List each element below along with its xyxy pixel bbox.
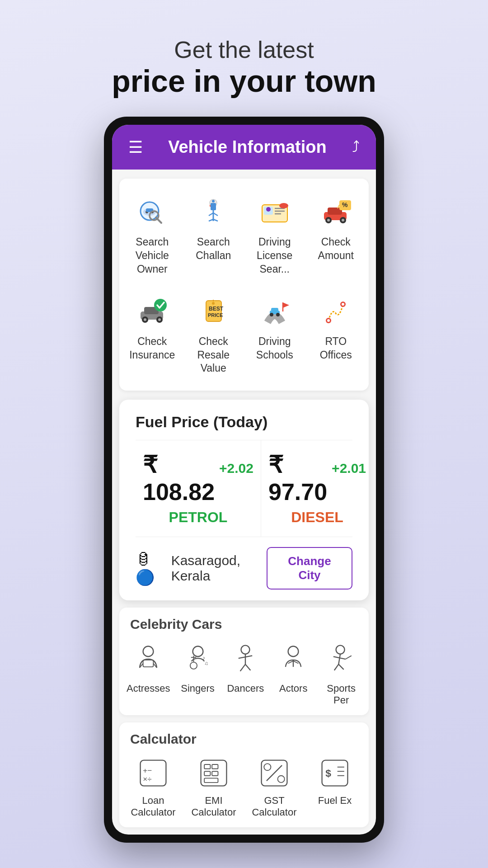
menu-icon[interactable]: ☰: [128, 138, 143, 157]
svg-point-61: [192, 646, 203, 657]
celeb-item-sports-persons[interactable]: Sports Per: [321, 641, 361, 706]
dancers-icon: [227, 641, 263, 677]
emi-calculator-label: EMI Calculator: [187, 795, 240, 818]
calculator-title: Calculator: [127, 731, 361, 747]
svg-point-49: [270, 313, 273, 316]
driving-license-icon: [257, 194, 293, 230]
calculator-grid: +− ×÷ Loan Calculator: [127, 756, 361, 818]
sports-persons-label: Sports Per: [321, 683, 361, 706]
rto-offices-label: RTO Offices: [311, 335, 361, 362]
svg-point-30: [327, 219, 330, 222]
petrol-column: ₹ 108.82 +2.02 PETROL: [136, 440, 261, 537]
search-challan-icon: [195, 194, 231, 230]
svg-point-41: [154, 299, 167, 311]
sports-persons-icon: [323, 641, 359, 677]
loan-calculator-icon: +− ×÷: [136, 756, 170, 790]
grid-item-check-insurance[interactable]: Check Insurance: [124, 287, 181, 382]
fuel-card: Fuel Price (Today) ₹ 108.82 +2.02 PETROL…: [119, 400, 369, 600]
actresses-icon: [130, 641, 166, 677]
svg-point-67: [241, 646, 250, 654]
gst-calculator-label: GST Calculator: [248, 795, 301, 818]
svg-point-19: [266, 207, 271, 212]
calc-item-fuel-ex[interactable]: $ Fuel Ex: [308, 756, 361, 818]
vehicle-grid: Search Vehicle Owner: [124, 188, 364, 382]
driving-schools-label: Driving Schools: [250, 335, 300, 362]
svg-rect-11: [211, 203, 216, 210]
celebrity-grid: Actresses ♪ ♫: [127, 641, 361, 706]
fuel-card-title: Fuel Price (Today): [136, 413, 352, 431]
check-insurance-label: Check Insurance: [127, 335, 177, 362]
svg-rect-88: [204, 772, 210, 776]
calc-item-gst[interactable]: GST Calculator: [248, 756, 301, 818]
svg-line-92: [267, 765, 282, 781]
svg-point-10: [212, 200, 215, 203]
petrol-change: +2.02: [219, 461, 253, 476]
svg-text:BEST: BEST: [209, 306, 224, 312]
svg-text:PRICE: PRICE: [208, 312, 223, 318]
svg-point-39: [144, 318, 146, 321]
celebrity-title: Celebrity Cars: [127, 617, 361, 632]
fuel-prices-row: ₹ 108.82 +2.02 PETROL ₹ 97.70 +2.01 DIES…: [136, 440, 352, 537]
svg-line-79: [334, 665, 339, 670]
rto-offices-icon: [318, 293, 354, 330]
fuel-pump-icon: 🛢🔵: [136, 551, 165, 586]
gst-calculator-icon: [257, 756, 291, 790]
grid-item-search-vehicle-owner[interactable]: Search Vehicle Owner: [124, 188, 181, 283]
loan-calculator-label: Loan Calculator: [127, 795, 180, 818]
check-resale-icon: BEST PRICE: [195, 293, 231, 330]
svg-point-62: [190, 662, 197, 669]
svg-point-93: [264, 764, 271, 771]
share-icon[interactable]: ⤴: [352, 138, 360, 156]
grid-item-search-challan[interactable]: Search Challan: [185, 188, 242, 283]
change-city-button[interactable]: Change City: [267, 547, 352, 590]
svg-point-94: [278, 776, 285, 783]
grid-item-driving-schools[interactable]: Driving Schools: [246, 287, 303, 382]
svg-point-72: [288, 646, 299, 657]
svg-marker-52: [283, 302, 289, 308]
svg-line-70: [240, 665, 245, 671]
diesel-change: +2.01: [332, 461, 366, 476]
celeb-item-dancers[interactable]: Dancers: [225, 641, 266, 706]
petrol-amount: ₹ 108.82: [143, 451, 215, 505]
svg-point-55: [327, 319, 330, 322]
singers-icon: ♪ ♫: [180, 641, 216, 677]
svg-point-76: [336, 646, 345, 654]
svg-rect-86: [204, 764, 210, 769]
check-insurance-icon: [134, 293, 170, 330]
svg-text:$: $: [325, 767, 331, 779]
grid-item-driving-license[interactable]: Driving License Sear...: [246, 188, 303, 283]
hero-title: price in your town: [112, 63, 376, 99]
diesel-amount: ₹ 97.70: [268, 451, 327, 505]
fuel-ex-label: Fuel Ex: [318, 795, 352, 807]
search-vehicle-owner-icon: [134, 194, 170, 230]
diesel-column: ₹ 97.70 +2.01 DIESEL: [261, 440, 373, 537]
svg-rect-90: [204, 778, 218, 783]
celeb-item-singers[interactable]: ♪ ♫ Singers: [178, 641, 218, 706]
check-resale-label: Check Resale Value: [189, 335, 239, 376]
calc-item-loan[interactable]: +− ×÷ Loan Calculator: [127, 756, 180, 818]
svg-line-71: [245, 665, 250, 670]
search-challan-label: Search Challan: [189, 236, 239, 263]
svg-point-45: [212, 302, 215, 305]
calculator-section: Calculator +− ×÷ Loan Calculator: [119, 722, 369, 827]
svg-text:♫: ♫: [204, 661, 208, 666]
grid-item-check-resale[interactable]: BEST PRICE Check Resale Value: [185, 287, 242, 382]
celeb-item-actors[interactable]: Actors: [273, 641, 314, 706]
driving-license-label: Driving License Sear...: [250, 236, 300, 276]
svg-text:%: %: [342, 201, 348, 208]
grid-item-check-amount[interactable]: % Check Amount: [308, 188, 365, 283]
singers-label: Singers: [181, 683, 215, 694]
celeb-item-actresses[interactable]: Actresses: [127, 641, 170, 706]
grid-item-rto-offices[interactable]: RTO Offices: [308, 287, 365, 382]
app-title: Vehicle Information: [168, 137, 327, 157]
svg-point-40: [158, 318, 161, 321]
diesel-amount-row: ₹ 97.70 +2.01: [268, 451, 366, 505]
actresses-label: Actresses: [127, 683, 170, 694]
svg-rect-58: [143, 660, 154, 667]
calc-item-emi[interactable]: EMI Calculator: [187, 756, 240, 818]
city-info: 🛢🔵 Kasaragod, Kerala: [136, 551, 267, 586]
diesel-label: DIESEL: [291, 509, 343, 526]
svg-point-56: [342, 303, 344, 306]
petrol-amount-row: ₹ 108.82 +2.02: [143, 451, 253, 505]
svg-rect-87: [212, 764, 218, 769]
